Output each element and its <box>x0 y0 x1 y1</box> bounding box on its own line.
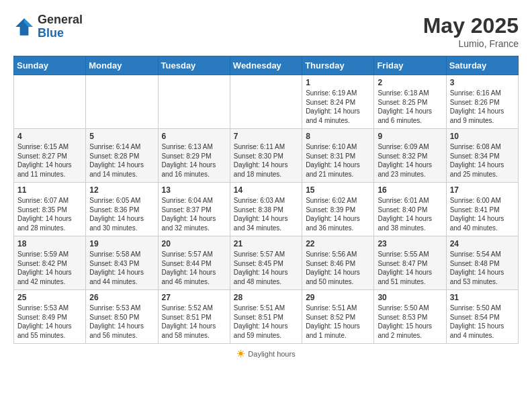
day-number: 7 <box>234 132 298 141</box>
day-number: 26 <box>89 293 154 302</box>
day-number: 15 <box>306 185 370 195</box>
day-number: 13 <box>162 185 226 195</box>
day-info: Sunrise: 5:57 AM Sunset: 8:45 PM Dayligh… <box>234 250 298 286</box>
calendar-cell: 31Sunrise: 5:50 AM Sunset: 8:54 PM Dayli… <box>446 290 518 344</box>
day-number: 18 <box>17 239 82 248</box>
day-number: 6 <box>162 132 226 141</box>
calendar-cell: 20Sunrise: 5:57 AM Sunset: 8:44 PM Dayli… <box>158 236 230 290</box>
day-number: 21 <box>234 239 298 248</box>
svg-line-9 <box>242 351 243 352</box>
calendar-cell: 4Sunrise: 6:15 AM Sunset: 8:27 PM Daylig… <box>14 129 86 183</box>
day-number: 5 <box>89 132 154 141</box>
day-number: 31 <box>450 293 515 302</box>
day-info: Sunrise: 5:51 AM Sunset: 8:52 PM Dayligh… <box>306 304 370 340</box>
day-info: Sunrise: 5:57 AM Sunset: 8:44 PM Dayligh… <box>162 250 226 286</box>
day-info: Sunrise: 6:00 AM Sunset: 8:41 PM Dayligh… <box>450 196 515 232</box>
day-number: 1 <box>306 78 370 87</box>
day-info: Sunrise: 6:04 AM Sunset: 8:37 PM Dayligh… <box>162 196 226 232</box>
calendar-cell: 18Sunrise: 5:59 AM Sunset: 8:42 PM Dayli… <box>14 236 86 290</box>
day-header-friday: Friday <box>374 56 446 75</box>
day-info: Sunrise: 6:03 AM Sunset: 8:38 PM Dayligh… <box>234 196 298 232</box>
logo: General Blue <box>13 13 83 40</box>
logo-blue-text: Blue <box>38 27 83 40</box>
logo-text: General Blue <box>38 13 83 40</box>
day-info: Sunrise: 5:51 AM Sunset: 8:51 PM Dayligh… <box>234 304 298 340</box>
calendar-cell <box>230 75 302 129</box>
day-info: Sunrise: 6:08 AM Sunset: 8:34 PM Dayligh… <box>450 142 515 179</box>
day-number: 14 <box>234 185 298 195</box>
day-header-tuesday: Tuesday <box>158 56 230 75</box>
day-info: Sunrise: 6:14 AM Sunset: 8:28 PM Dayligh… <box>89 142 154 179</box>
day-info: Sunrise: 6:09 AM Sunset: 8:32 PM Dayligh… <box>378 142 442 179</box>
calendar-cell <box>158 75 230 129</box>
calendar-header-row: SundayMondayTuesdayWednesdayThursdayFrid… <box>14 56 519 75</box>
day-info: Sunrise: 6:15 AM Sunset: 8:27 PM Dayligh… <box>17 142 82 179</box>
calendar-cell: 23Sunrise: 5:55 AM Sunset: 8:47 PM Dayli… <box>374 236 446 290</box>
calendar-cell: 26Sunrise: 5:53 AM Sunset: 8:50 PM Dayli… <box>86 290 158 344</box>
day-number: 12 <box>89 185 154 195</box>
day-number: 17 <box>450 185 515 195</box>
calendar-cell: 30Sunrise: 5:50 AM Sunset: 8:53 PM Dayli… <box>374 290 446 344</box>
page-container: General Blue May 2025 Lumio, France Sund… <box>13 13 519 359</box>
day-info: Sunrise: 5:50 AM Sunset: 8:53 PM Dayligh… <box>378 304 442 340</box>
calendar-cell: 6Sunrise: 6:13 AM Sunset: 8:29 PM Daylig… <box>158 129 230 183</box>
month-year: May 2025 <box>423 13 519 38</box>
day-info: Sunrise: 6:18 AM Sunset: 8:25 PM Dayligh… <box>378 89 442 125</box>
day-number: 3 <box>450 78 515 87</box>
calendar-week-3: 11Sunrise: 6:07 AM Sunset: 8:35 PM Dayli… <box>14 183 519 236</box>
calendar-week-2: 4Sunrise: 6:15 AM Sunset: 8:27 PM Daylig… <box>14 129 519 183</box>
day-number: 23 <box>378 239 442 248</box>
title-block: May 2025 Lumio, France <box>423 13 519 49</box>
day-number: 24 <box>450 239 515 248</box>
day-number: 22 <box>306 239 370 248</box>
calendar-cell: 13Sunrise: 6:04 AM Sunset: 8:37 PM Dayli… <box>158 183 230 236</box>
day-number: 25 <box>17 293 82 302</box>
day-header-monday: Monday <box>86 56 158 75</box>
day-number: 9 <box>378 132 442 141</box>
day-number: 28 <box>234 293 298 302</box>
logo-general-text: General <box>38 13 83 27</box>
day-header-saturday: Saturday <box>446 56 518 75</box>
calendar-table: SundayMondayTuesdayWednesdayThursdayFrid… <box>13 56 519 344</box>
day-info: Sunrise: 6:01 AM Sunset: 8:40 PM Dayligh… <box>378 196 442 232</box>
day-info: Sunrise: 5:56 AM Sunset: 8:46 PM Dayligh… <box>306 250 370 286</box>
calendar-cell: 17Sunrise: 6:00 AM Sunset: 8:41 PM Dayli… <box>446 183 518 236</box>
day-number: 16 <box>378 185 442 195</box>
calendar-cell: 25Sunrise: 5:53 AM Sunset: 8:49 PM Dayli… <box>14 290 86 344</box>
day-info: Sunrise: 6:02 AM Sunset: 8:39 PM Dayligh… <box>306 196 370 232</box>
calendar-cell: 1Sunrise: 6:19 AM Sunset: 8:24 PM Daylig… <box>302 75 374 129</box>
calendar-cell: 19Sunrise: 5:58 AM Sunset: 8:43 PM Dayli… <box>86 236 158 290</box>
day-info: Sunrise: 5:50 AM Sunset: 8:54 PM Dayligh… <box>450 304 515 340</box>
svg-point-2 <box>239 352 242 355</box>
day-number: 30 <box>378 293 442 302</box>
day-info: Sunrise: 5:59 AM Sunset: 8:42 PM Dayligh… <box>17 250 82 286</box>
day-info: Sunrise: 6:07 AM Sunset: 8:35 PM Dayligh… <box>17 196 82 232</box>
day-number: 20 <box>162 239 226 248</box>
day-header-thursday: Thursday <box>302 56 374 75</box>
day-number: 2 <box>378 78 442 87</box>
day-number: 11 <box>17 185 82 195</box>
day-info: Sunrise: 6:10 AM Sunset: 8:31 PM Dayligh… <box>306 142 370 179</box>
calendar-cell: 7Sunrise: 6:11 AM Sunset: 8:30 PM Daylig… <box>230 129 302 183</box>
logo-icon <box>13 16 35 38</box>
sun-icon <box>236 349 245 358</box>
day-info: Sunrise: 5:52 AM Sunset: 8:51 PM Dayligh… <box>162 304 226 340</box>
day-header-sunday: Sunday <box>14 56 86 75</box>
calendar-cell: 2Sunrise: 6:18 AM Sunset: 8:25 PM Daylig… <box>374 75 446 129</box>
calendar-cell: 9Sunrise: 6:09 AM Sunset: 8:32 PM Daylig… <box>374 129 446 183</box>
day-number: 10 <box>450 132 515 141</box>
day-info: Sunrise: 6:11 AM Sunset: 8:30 PM Dayligh… <box>234 142 298 179</box>
calendar-cell: 24Sunrise: 5:54 AM Sunset: 8:48 PM Dayli… <box>446 236 518 290</box>
daylight-footer: Daylight hours <box>236 349 295 358</box>
day-number: 19 <box>89 239 154 248</box>
header: General Blue May 2025 Lumio, France <box>13 13 519 49</box>
calendar-cell <box>14 75 86 129</box>
calendar-week-4: 18Sunrise: 5:59 AM Sunset: 8:42 PM Dayli… <box>14 236 519 290</box>
day-info: Sunrise: 5:54 AM Sunset: 8:48 PM Dayligh… <box>450 250 515 286</box>
day-info: Sunrise: 5:53 AM Sunset: 8:50 PM Dayligh… <box>89 304 154 340</box>
footer: Daylight hours <box>13 349 519 359</box>
calendar-cell: 16Sunrise: 6:01 AM Sunset: 8:40 PM Dayli… <box>374 183 446 236</box>
svg-line-8 <box>242 355 243 356</box>
calendar-cell: 11Sunrise: 6:07 AM Sunset: 8:35 PM Dayli… <box>14 183 86 236</box>
day-number: 29 <box>306 293 370 302</box>
